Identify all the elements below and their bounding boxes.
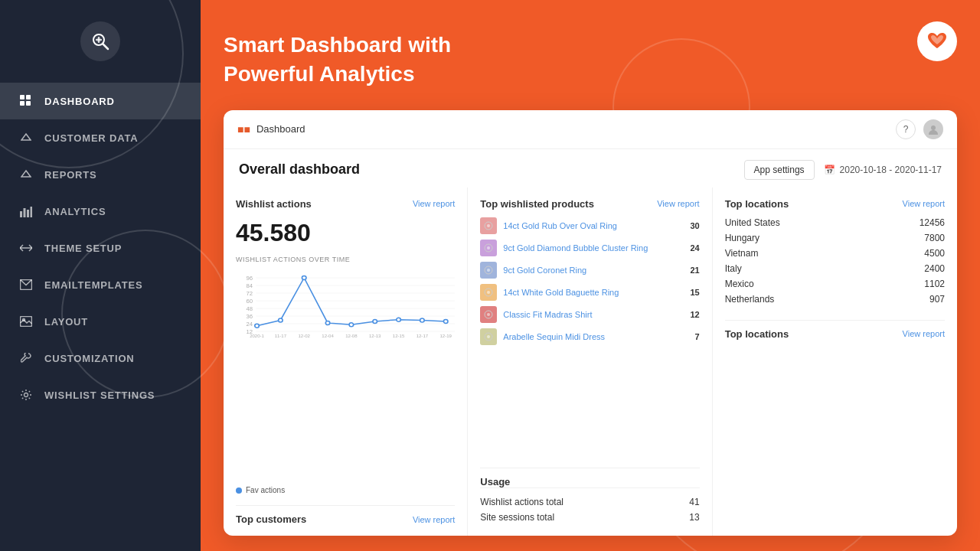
heart-logo-circle	[917, 21, 957, 61]
list-item: Classic Fit Madras Shirt12	[480, 306, 699, 323]
list-item: Hungary 7800	[725, 233, 945, 243]
svg-text:12-19: 12-19	[439, 334, 451, 338]
dashboard-card-header: ■■ Dashboard ?	[224, 110, 957, 149]
svg-point-60	[487, 269, 490, 272]
list-item: Arabelle Sequin Midi Dress7	[480, 328, 699, 345]
list-item: Wishlist actions total 41	[480, 494, 699, 510]
dashboard-title-row: ■■ Dashboard	[237, 123, 305, 135]
product-thumb	[480, 328, 497, 345]
list-item: 14ct Gold Rub Over Oval Ring30	[480, 217, 699, 234]
svg-text:12-15: 12-15	[393, 334, 404, 338]
sidebar: DASHBOARD CUSTOMER DATA REPORTS	[0, 0, 201, 551]
product-name[interactable]: Arabelle Sequin Midi Dress	[503, 332, 688, 341]
svg-text:24: 24	[246, 321, 253, 328]
sidebar-item-analytics[interactable]: ANALYTICS	[0, 193, 201, 230]
svg-marker-9	[21, 134, 31, 140]
location-count: 7800	[924, 233, 945, 243]
list-item: Italy 2400	[725, 263, 945, 274]
usage-title: Usage	[480, 476, 510, 487]
user-avatar[interactable]	[923, 119, 943, 139]
sidebar-nav: DASHBOARD CUSTOMER DATA REPORTS	[0, 77, 201, 551]
svg-text:11-17: 11-17	[275, 334, 286, 338]
product-list: 14ct Gold Rub Over Oval Ring309ct Gold D…	[480, 217, 699, 460]
svg-rect-14	[31, 207, 33, 217]
product-count: 12	[690, 310, 699, 319]
sidebar-item-customization[interactable]: CUSTOMIZATION	[0, 340, 201, 377]
list-item: Site sessions total 13	[480, 510, 699, 525]
sidebar-item-reports[interactable]: REPORTS	[0, 156, 201, 193]
svg-point-37	[255, 324, 260, 328]
sidebar-item-wishlist-settings[interactable]: WISHLIST SETTINGS	[0, 377, 201, 413]
product-name[interactable]: 9ct Gold Coronet Ring	[503, 266, 684, 275]
svg-text:12-04: 12-04	[322, 334, 334, 338]
top-locations-2-title: Top locations	[725, 328, 789, 340]
wishlist-big-number: 45.580	[236, 220, 455, 245]
overall-dashboard-title: Overall dashboard	[239, 161, 360, 178]
location-name: Vietnam	[725, 248, 759, 259]
main-content: Smart Dashboard with Powerful Analytics …	[201, 0, 980, 551]
svg-text:84: 84	[246, 282, 253, 289]
usage-value: 13	[689, 512, 699, 523]
wishlist-title: Wishlist actions	[236, 198, 312, 210]
usage-value: 41	[689, 497, 699, 507]
svg-point-62	[487, 291, 490, 294]
top-wishlisted-view-report[interactable]: View report	[657, 199, 699, 208]
svg-rect-12	[24, 208, 26, 217]
dashboard-grid: Wishlist actions View report 45.580 WISH…	[224, 187, 957, 536]
svg-point-44	[420, 318, 425, 321]
svg-text:96: 96	[246, 275, 253, 282]
svg-text:2020-1: 2020-1	[250, 334, 264, 338]
product-name[interactable]: 14ct Gold Rub Over Oval Ring	[503, 221, 684, 230]
svg-line-1	[103, 44, 108, 49]
help-button[interactable]: ?	[896, 119, 916, 139]
arrows-lr-icon	[18, 240, 34, 256]
usage-section: Wishlist actions total 41 Site sessions …	[480, 487, 699, 525]
list-item: United States 12456	[725, 217, 945, 228]
location-name: Hungary	[725, 233, 760, 243]
svg-rect-13	[27, 210, 29, 217]
product-count: 21	[690, 266, 699, 275]
reports-icon	[18, 167, 34, 182]
sidebar-item-email-templates[interactable]: EMAILTEMPLATES	[0, 266, 201, 303]
svg-rect-11	[20, 211, 22, 217]
sidebar-item-dashboard[interactable]: DASHBOARD	[0, 83, 201, 119]
top-right-logo	[917, 21, 957, 61]
chart-legend: Fav actions	[236, 486, 455, 494]
top-bar-actions: App settings 📅 2020-10-18 - 2020-11-17	[744, 160, 942, 180]
sidebar-item-theme-setup[interactable]: THEME SETUP	[0, 230, 201, 266]
product-thumb	[480, 262, 497, 279]
list-item: Vietnam 4500	[725, 248, 945, 259]
svg-point-64	[487, 313, 490, 316]
location-count: 12456	[920, 217, 945, 228]
top-locations-2-view-report[interactable]: View report	[903, 329, 945, 338]
wishlist-actions-header: Wishlist actions View report	[236, 198, 455, 210]
svg-marker-10	[21, 171, 31, 177]
wishlist-view-report[interactable]: View report	[413, 199, 455, 208]
product-count: 30	[690, 221, 699, 230]
svg-text:12-13: 12-13	[369, 334, 381, 338]
product-count: 24	[690, 243, 699, 253]
location-name: Italy	[725, 263, 742, 274]
list-item: 9ct Gold Coronet Ring21	[480, 262, 699, 279]
top-customers-view-report[interactable]: View report	[413, 515, 455, 524]
product-thumb	[480, 306, 497, 323]
col-products: Top wishlisted products View report 14ct…	[468, 187, 712, 536]
app-settings-button[interactable]: App settings	[744, 160, 815, 180]
product-name[interactable]: 9ct Gold Diamond Bubble Cluster Ring	[503, 243, 684, 253]
list-item: 9ct Gold Diamond Bubble Cluster Ring24	[480, 240, 699, 256]
svg-rect-6	[26, 95, 31, 99]
top-customers-title: Top customers	[236, 514, 306, 525]
product-thumb	[480, 217, 497, 234]
list-item: Mexico 1102	[725, 279, 945, 289]
svg-point-66	[487, 335, 490, 338]
sidebar-item-customer-data[interactable]: CUSTOMER DATA	[0, 119, 201, 156]
line-chart: 96 84 72 60 48 36 24 12	[236, 274, 455, 339]
product-name[interactable]: 14ct White Gold Baguette Ring	[503, 288, 684, 297]
product-name[interactable]: Classic Fit Madras Shirt	[503, 310, 684, 319]
product-count: 15	[690, 288, 699, 297]
top-locations-view-report[interactable]: View report	[903, 199, 945, 208]
hero-title: Smart Dashboard with Powerful Analytics	[224, 31, 530, 89]
sidebar-item-layout[interactable]: LAYOUT	[0, 303, 201, 340]
barchart-icon	[18, 204, 34, 219]
location-list: United States 12456 Hungary 7800 Vietnam…	[725, 217, 945, 305]
